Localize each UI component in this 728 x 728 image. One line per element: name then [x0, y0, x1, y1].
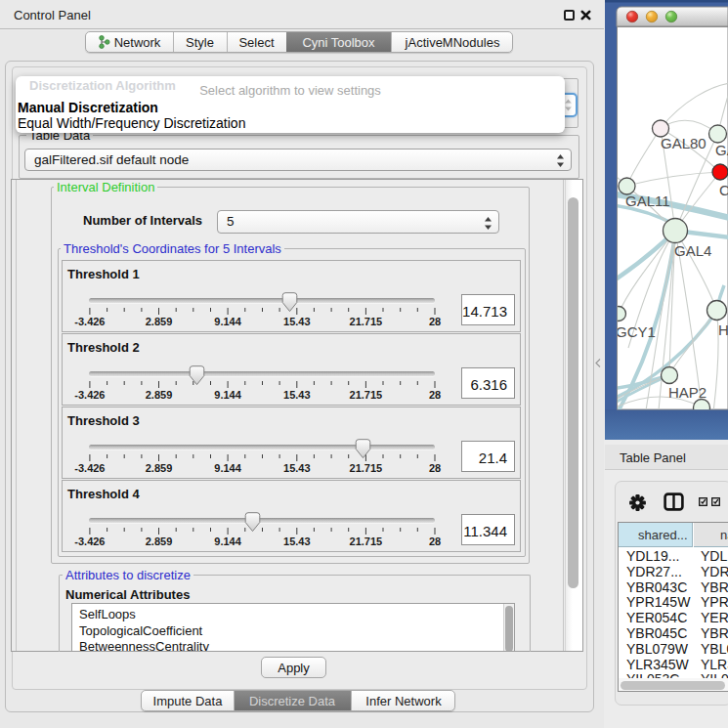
svg-text:GAL4: GAL4: [674, 242, 711, 259]
svg-text:GAL11: GAL11: [625, 193, 670, 209]
svg-text:GA: GA: [715, 142, 728, 158]
svg-text:GAL80: GAL80: [661, 135, 707, 151]
svg-text:C: C: [719, 182, 728, 198]
svg-text:HAP2: HAP2: [668, 384, 707, 401]
svg-text:H: H: [718, 321, 728, 338]
svg-text:GCY1: GCY1: [616, 323, 656, 340]
